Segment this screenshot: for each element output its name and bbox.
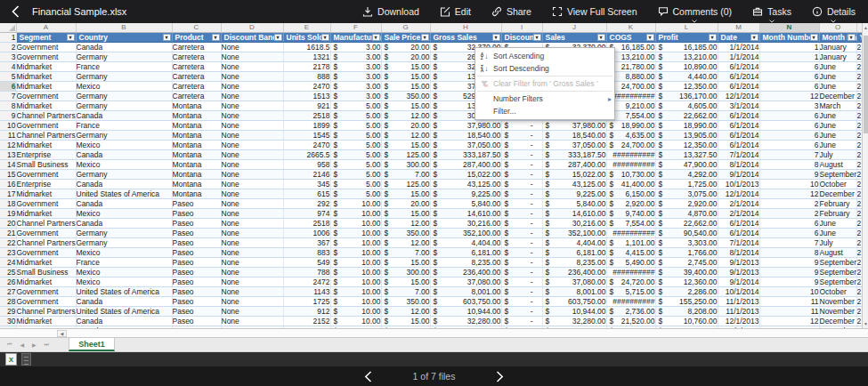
column-header-month-name[interactable]: Month Name▾ — [819, 33, 856, 43]
cell-G14[interactable]: $300.00 — [381, 160, 430, 170]
filter-dropdown-icon[interactable]: ▾ — [321, 34, 329, 41]
cell-M26[interactable]: 9/1/2014 — [718, 277, 759, 287]
cell-D9[interactable]: None — [221, 111, 283, 121]
cell-J28[interactable]: $603,750.00 — [542, 297, 606, 307]
cell-M24[interactable]: 9/1/2013 — [718, 258, 759, 268]
column-letter-N[interactable]: N — [759, 23, 819, 33]
cell-G26[interactable]: $15.00 — [381, 277, 430, 287]
cell-A22[interactable]: Channel Partners — [16, 238, 76, 248]
cell-O26[interactable]: September — [819, 277, 856, 287]
cell-I18[interactable]: $- — [501, 199, 542, 209]
cell-E2[interactable]: 1618.5 — [283, 43, 330, 52]
cell-A8[interactable]: Midmarket — [16, 101, 76, 111]
cell-E20[interactable]: 2518 — [283, 219, 330, 229]
cell-M17[interactable]: 12/1/2014 — [718, 189, 759, 199]
cell-O30[interactable]: December — [819, 317, 856, 326]
cell-I13[interactable]: $- — [501, 150, 542, 160]
cell-D17[interactable]: None — [221, 189, 283, 199]
select-all-corner[interactable] — [0, 23, 16, 33]
edit-button[interactable]: Edit — [440, 0, 471, 23]
cell-L25[interactable]: $39,400.00 — [655, 268, 718, 277]
cell-A25[interactable]: Small Business — [16, 268, 76, 277]
cell-G17[interactable]: $15.00 — [381, 189, 430, 199]
cell-L24[interactable]: $2,745.00 — [655, 258, 718, 268]
column-header-segment[interactable]: Segment▾ — [16, 33, 76, 43]
cell-I11[interactable]: $- — [501, 131, 542, 141]
cell-K19[interactable]: $9,740.00 — [606, 209, 655, 219]
cell-I21[interactable]: $- — [501, 229, 542, 238]
cell-N29[interactable]: 11 — [759, 307, 819, 317]
cell-N5[interactable]: 6 — [759, 72, 819, 82]
cell-M9[interactable]: 6/1/2014 — [718, 111, 759, 121]
cell-C30[interactable]: Paseo — [172, 317, 221, 326]
cell-K11[interactable]: $4,635.00 — [606, 131, 655, 141]
cell-N8[interactable]: 3 — [759, 101, 819, 111]
cell-L8[interactable]: $4,605.00 — [655, 101, 718, 111]
cell-A9[interactable]: Channel Partners — [16, 111, 76, 121]
cell-D5[interactable]: None — [221, 72, 283, 82]
cell-D25[interactable]: None — [221, 268, 283, 277]
cell-C6[interactable]: Carretera — [172, 82, 221, 92]
cell-H23[interactable]: $6,181.00 — [430, 248, 501, 258]
filter-dropdown-icon[interactable]: ▾ — [646, 34, 654, 41]
cell-N26[interactable]: 9 — [759, 277, 819, 287]
row-number[interactable]: 19 — [0, 209, 16, 219]
scroll-left-arrow-icon[interactable]: ◀ — [57, 330, 67, 337]
cell-G5[interactable]: $15.00 — [381, 72, 430, 82]
row-number[interactable]: 3 — [0, 52, 16, 62]
cell-F5[interactable]: $3.00 — [330, 72, 381, 82]
cell-L27[interactable]: $2,286.00 — [655, 287, 718, 297]
cell-B22[interactable]: Germany — [76, 238, 172, 248]
row-number[interactable]: 24 — [0, 258, 16, 268]
row-number[interactable]: 6 — [0, 82, 16, 92]
cell-B6[interactable]: Mexico — [76, 82, 172, 92]
cell-B24[interactable]: France — [76, 258, 172, 268]
cell-A21[interactable]: Government — [16, 229, 76, 238]
cell-H25[interactable]: $236,400.00 — [430, 268, 501, 277]
cell-E24[interactable]: 549 — [283, 258, 330, 268]
cell-H24[interactable]: $8,235.00 — [430, 258, 501, 268]
cell-M27[interactable]: 10/1/2014 — [718, 287, 759, 297]
cell-J10[interactable]: $37,980.00 — [542, 121, 606, 131]
column-letter-F[interactable]: F — [330, 23, 381, 33]
cell-D6[interactable]: None — [221, 82, 283, 92]
menu-item-number-filters[interactable]: Number Filters ▸ — [475, 92, 614, 105]
cell-D8[interactable]: None — [221, 101, 283, 111]
cell-J23[interactable]: $6,181.00 — [542, 248, 606, 258]
cell-F26[interactable]: $10.00 — [330, 277, 381, 287]
cell-O20[interactable]: June — [819, 219, 856, 229]
filter-dropdown-icon[interactable]: ▾ — [212, 34, 220, 41]
cell-B7[interactable]: Germany — [76, 92, 172, 101]
cell-C25[interactable]: Paseo — [172, 268, 221, 277]
cell-A19[interactable]: Midmarket — [16, 209, 76, 219]
cell-N30[interactable]: 12 — [759, 317, 819, 326]
scroll-down-arrow-icon[interactable]: ▼ — [863, 321, 868, 326]
cell-H26[interactable]: $37,080.00 — [430, 277, 501, 287]
column-header-sales[interactable]: Sales▾ — [542, 33, 606, 43]
cell-O4[interactable]: June — [819, 62, 856, 72]
cell-L26[interactable]: $12,360.00 — [655, 277, 718, 287]
cell-G20[interactable]: $12.00 — [381, 219, 430, 229]
cell-F12[interactable]: $5.00 — [330, 141, 381, 150]
cell-L12[interactable]: $12,350.00 — [655, 141, 718, 150]
cell-K21[interactable]: ########## — [606, 229, 655, 238]
cell-H11[interactable]: $18,540.00 — [430, 131, 501, 141]
cell-E21[interactable]: 1006 — [283, 229, 330, 238]
cell-G22[interactable]: $12.00 — [381, 238, 430, 248]
cell-C12[interactable]: Montana — [172, 141, 221, 150]
cell-E11[interactable]: 1545 — [283, 131, 330, 141]
cell-H18[interactable]: $5,840.00 — [430, 199, 501, 209]
cell-A26[interactable]: Midmarket — [16, 277, 76, 287]
cell-H15[interactable]: $15,022.00 — [430, 170, 501, 180]
row-number[interactable]: 26 — [0, 277, 16, 287]
cell-O8[interactable]: March — [819, 101, 856, 111]
cell-K15[interactable]: $10,730.00 — [606, 170, 655, 180]
cell-M12[interactable]: 6/1/2014 — [718, 141, 759, 150]
cell-O5[interactable]: June — [819, 72, 856, 82]
cell-I22[interactable]: $- — [501, 238, 542, 248]
cell-C5[interactable]: Carretera — [172, 72, 221, 82]
column-header-units-sold[interactable]: Units Sold▾ — [283, 33, 330, 43]
cell-M23[interactable]: 8/1/2014 — [718, 248, 759, 258]
cell-J16[interactable]: $43,125.00 — [542, 180, 606, 189]
cell-D16[interactable]: None — [221, 180, 283, 189]
